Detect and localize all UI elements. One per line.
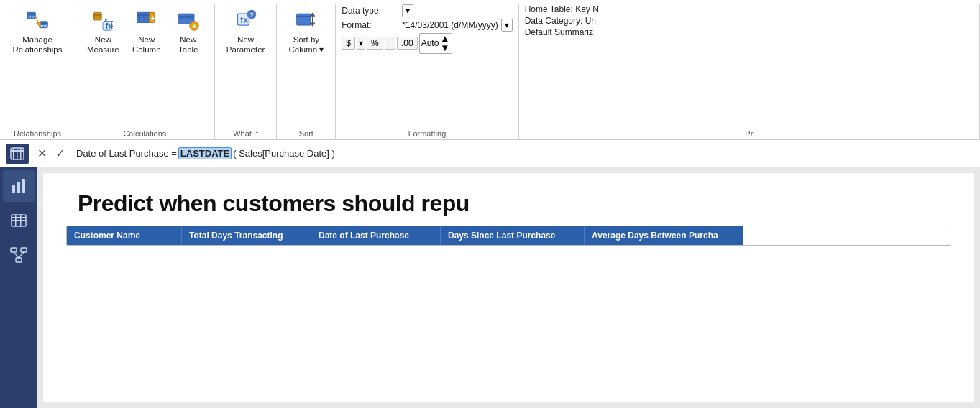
new-parameter-label: NewParameter [226, 34, 265, 55]
format-dropdown[interactable]: ▾ [501, 19, 513, 32]
data-type-label: Data type: [342, 6, 399, 16]
svg-rect-37 [306, 14, 306, 25]
col-header-date-last-purchase: Date of Last Purchase [311, 226, 441, 245]
auto-value: Auto [421, 38, 439, 48]
spinner-down[interactable]: ▼ [440, 43, 449, 52]
svg-text:+: + [192, 22, 197, 30]
svg-rect-0 [27, 12, 36, 19]
percent-button[interactable]: % [367, 37, 383, 50]
svg-text:fx: fx [106, 22, 114, 30]
decimal-button[interactable]: .00 [397, 37, 418, 50]
col-header-avg-days: Average Days Between Purcha [585, 226, 743, 245]
comma-button[interactable]: , [385, 37, 395, 50]
svg-rect-20 [147, 14, 148, 23]
svg-rect-48 [22, 179, 25, 193]
svg-rect-25 [178, 17, 193, 19]
ribbon-group-content-calc: fx fx NewMeasure [81, 4, 209, 123]
sort-by-column-icon [293, 7, 319, 33]
svg-rect-11 [94, 17, 102, 18]
formula-cancel-button[interactable]: ✕ [35, 147, 50, 160]
svg-rect-27 [188, 14, 188, 24]
formula-input-area[interactable]: Date of Last Purchase = LASTDATE ( Sales… [73, 146, 974, 161]
properties-group-label: Pr [525, 126, 974, 139]
svg-rect-18 [139, 14, 140, 23]
ribbon-group-whatif: fx ? NewParameter What If [215, 4, 278, 139]
svg-text:fx: fx [240, 15, 248, 25]
svg-rect-47 [17, 182, 20, 193]
formula-bar-icon [6, 144, 29, 164]
ribbon: Manage Relationships Relationships fx [0, 0, 980, 140]
relationships-group-label: Relationships [6, 126, 69, 139]
svg-rect-24 [178, 16, 193, 17]
ribbon-group-content: Manage Relationships [6, 4, 69, 123]
new-table-icon: + [175, 7, 201, 33]
manage-relationships-button[interactable]: Manage Relationships [6, 4, 69, 58]
svg-rect-35 [297, 16, 311, 17]
svg-rect-46 [12, 185, 15, 193]
col-header-total-days: Total Days Transacting [182, 226, 311, 245]
data-category-row: Data Category: Un [525, 16, 596, 26]
formula-prefix: Date of Last Purchase = [76, 148, 177, 159]
format-value: *14/03/2001 (d/MM/yyyy) [402, 20, 498, 30]
col-header-days-since: Days Since Last Purchase [441, 226, 585, 245]
formatting-group-label: Formatting [342, 126, 512, 139]
svg-rect-3 [32, 17, 35, 18]
svg-rect-51 [12, 220, 26, 221]
svg-line-57 [14, 252, 19, 258]
new-column-icon: + [134, 7, 160, 33]
spinner-up[interactable]: ▲ [440, 34, 449, 43]
sidebar-model-button[interactable] [3, 239, 35, 271]
left-sidebar [0, 167, 37, 408]
svg-rect-7 [44, 25, 47, 27]
svg-rect-34 [297, 14, 311, 25]
ribbon-group-content-whatif: fx ? NewParameter [221, 4, 271, 123]
home-table-text: Home Table: Key N [525, 4, 599, 14]
formula-actions: ✕ ✓ [35, 147, 68, 160]
default-summarization-text: Default Summariz [525, 27, 593, 37]
svg-rect-1 [27, 14, 36, 15]
new-column-label: NewColumn [132, 34, 161, 55]
ribbon-group-formatting: Data type: ▾ Format: *14/03/2001 (d/MM/y… [336, 4, 518, 139]
formula-bar: ✕ ✓ Date of Last Purchase = LASTDATE ( S… [0, 140, 980, 167]
data-type-dropdown[interactable]: ▾ [402, 4, 413, 17]
svg-rect-52 [15, 215, 17, 226]
new-table-label: NewTable [178, 34, 198, 55]
new-measure-label: NewMeasure [87, 34, 119, 55]
svg-rect-26 [183, 14, 183, 24]
svg-rect-54 [11, 248, 17, 252]
home-table-row: Home Table: Key N [525, 4, 599, 14]
format-row: Format: *14/03/2001 (d/MM/yyyy) ▾ [342, 19, 512, 32]
svg-rect-56 [16, 258, 22, 262]
svg-rect-10 [94, 14, 102, 16]
sidebar-data-button[interactable] [3, 205, 35, 236]
table-header-row: Customer Name Total Days Transacting Dat… [67, 226, 951, 245]
formula-highlight: LASTDATE [178, 147, 232, 159]
ribbon-group-content-formatting: Data type: ▾ Format: *14/03/2001 (d/MM/y… [342, 4, 512, 123]
calculations-group-label: Calculations [81, 126, 209, 139]
new-table-button[interactable]: + NewTable [168, 4, 209, 58]
default-summarization-row: Default Summariz [525, 27, 593, 37]
sort-group-label: Sort [283, 126, 329, 139]
svg-line-8 [35, 16, 39, 24]
dropdown-dollar[interactable]: ▾ [357, 37, 365, 50]
new-parameter-button[interactable]: fx ? NewParameter [221, 4, 271, 58]
table-area: Customer Name Total Days Transacting Dat… [66, 226, 951, 246]
sidebar-report-button[interactable] [3, 170, 35, 202]
ribbon-group-sort: Sort byColumn ▾ Sort [277, 4, 336, 139]
svg-rect-53 [20, 215, 22, 226]
new-column-button[interactable]: + NewColumn [127, 4, 167, 58]
new-measure-button[interactable]: fx fx NewMeasure [81, 4, 125, 58]
svg-rect-2 [29, 17, 32, 18]
formula-suffix: ( Sales[Purchase Date] ) [233, 148, 335, 159]
data-category-text: Data Category: Un [525, 16, 596, 26]
svg-rect-50 [12, 217, 26, 218]
dollar-button[interactable]: $ [342, 37, 355, 50]
formula-confirm-button[interactable]: ✓ [52, 147, 68, 160]
svg-rect-43 [13, 148, 14, 159]
auto-spinner: Auto ▲ ▼ [419, 33, 452, 54]
svg-text:+: + [150, 14, 155, 22]
svg-rect-44 [17, 148, 18, 159]
format-label: Format: [342, 20, 399, 30]
sort-by-column-button[interactable]: Sort byColumn ▾ [283, 4, 329, 58]
content-area: Predict when customers should repu Custo… [43, 173, 974, 402]
